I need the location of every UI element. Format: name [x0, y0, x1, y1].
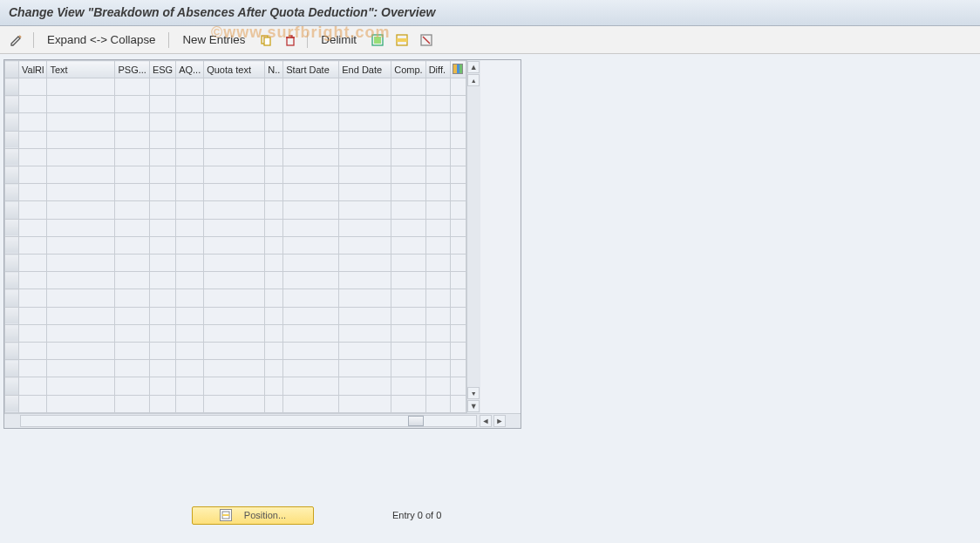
cell-quota_text[interactable] — [204, 148, 265, 166]
cell-quota_text[interactable] — [204, 395, 265, 412]
cell-end_date[interactable] — [339, 148, 391, 166]
table-row[interactable] — [5, 255, 466, 272]
cell-start_date[interactable] — [283, 360, 339, 377]
row-selector[interactable] — [5, 395, 19, 412]
cell-psg[interactable] — [115, 166, 149, 184]
cell-psg[interactable] — [115, 113, 149, 131]
cell-diff[interactable] — [425, 324, 450, 342]
cell-start_date[interactable] — [283, 343, 339, 360]
cell-quota_text[interactable] — [204, 307, 265, 324]
cell-esg[interactable] — [149, 131, 175, 148]
cell-aq[interactable] — [176, 343, 204, 360]
cell-esg[interactable] — [149, 148, 175, 166]
cell-text[interactable] — [47, 184, 115, 201]
cell-aq[interactable] — [176, 395, 204, 412]
cell-diff[interactable] — [425, 184, 450, 201]
cell-esg[interactable] — [149, 289, 175, 307]
cell-diff[interactable] — [425, 255, 450, 272]
cell-n[interactable] — [265, 343, 283, 360]
cell-esg[interactable] — [149, 377, 175, 395]
delete-button[interactable] — [279, 31, 302, 50]
cell-n[interactable] — [265, 324, 283, 342]
cell-esg[interactable] — [149, 78, 175, 96]
cell-diff[interactable] — [425, 131, 450, 148]
row-selector[interactable] — [5, 236, 19, 254]
cell-start_date[interactable] — [283, 272, 339, 289]
column-header-comp[interactable]: Comp. — [391, 61, 425, 78]
cell-aq[interactable] — [176, 289, 204, 307]
cell-end_date[interactable] — [339, 289, 391, 307]
row-selector[interactable] — [5, 289, 19, 307]
cell-end_date[interactable] — [339, 324, 391, 342]
cell-psg[interactable] — [115, 96, 149, 113]
cell-esg[interactable] — [149, 113, 175, 131]
cell-text[interactable] — [47, 96, 115, 113]
cell-start_date[interactable] — [283, 148, 339, 166]
cell-start_date[interactable] — [283, 166, 339, 184]
row-selector[interactable] — [5, 219, 19, 236]
cell-comp[interactable] — [391, 360, 425, 377]
cell-n[interactable] — [265, 377, 283, 395]
table-row[interactable] — [5, 360, 466, 377]
cell-valrl[interactable] — [19, 148, 47, 166]
cell-valrl[interactable] — [19, 113, 47, 131]
cell-comp[interactable] — [391, 148, 425, 166]
cell-comp[interactable] — [391, 272, 425, 289]
cell-esg[interactable] — [149, 343, 175, 360]
select-all-button[interactable] — [366, 31, 389, 50]
cell-end_date[interactable] — [339, 307, 391, 324]
cell-diff[interactable] — [425, 78, 450, 96]
column-header-valrl[interactable]: ValRl — [19, 61, 47, 78]
hscroll-thumb[interactable] — [408, 416, 424, 426]
column-header-n[interactable]: N.. — [265, 61, 283, 78]
cell-start_date[interactable] — [283, 201, 339, 219]
cell-text[interactable] — [47, 272, 115, 289]
cell-psg[interactable] — [115, 360, 149, 377]
scroll-up-icon[interactable]: ▲ — [467, 61, 480, 73]
cell-quota_text[interactable] — [204, 184, 265, 201]
cell-n[interactable] — [265, 360, 283, 377]
cell-aq[interactable] — [176, 324, 204, 342]
cell-quota_text[interactable] — [204, 96, 265, 113]
cell-valrl[interactable] — [19, 343, 47, 360]
cell-valrl[interactable] — [19, 219, 47, 236]
cell-quota_text[interactable] — [204, 272, 265, 289]
cell-text[interactable] — [47, 148, 115, 166]
cell-end_date[interactable] — [339, 78, 391, 96]
cell-diff[interactable] — [425, 166, 450, 184]
cell-valrl[interactable] — [19, 324, 47, 342]
cell-end_date[interactable] — [339, 131, 391, 148]
cell-start_date[interactable] — [283, 96, 339, 113]
cell-quota_text[interactable] — [204, 324, 265, 342]
page-up-icon[interactable]: ▲ — [467, 74, 480, 86]
cell-start_date[interactable] — [283, 219, 339, 236]
row-selector[interactable] — [5, 166, 19, 184]
cell-diff[interactable] — [425, 201, 450, 219]
cell-psg[interactable] — [115, 131, 149, 148]
cell-end_date[interactable] — [339, 395, 391, 412]
cell-comp[interactable] — [391, 289, 425, 307]
cell-quota_text[interactable] — [204, 201, 265, 219]
row-selector[interactable] — [5, 343, 19, 360]
column-header-aq[interactable]: AQ... — [176, 61, 204, 78]
table-row[interactable] — [5, 78, 466, 96]
cell-valrl[interactable] — [19, 96, 47, 113]
hscroll-track[interactable] — [20, 415, 477, 427]
cell-valrl[interactable] — [19, 360, 47, 377]
cell-start_date[interactable] — [283, 131, 339, 148]
cell-aq[interactable] — [176, 377, 204, 395]
cell-text[interactable] — [47, 377, 115, 395]
row-selector[interactable] — [5, 184, 19, 201]
cell-n[interactable] — [265, 395, 283, 412]
cell-end_date[interactable] — [339, 360, 391, 377]
cell-aq[interactable] — [176, 201, 204, 219]
scroll-right-icon[interactable]: ► — [493, 415, 506, 427]
cell-end_date[interactable] — [339, 166, 391, 184]
select-block-button[interactable] — [391, 31, 413, 50]
cell-valrl[interactable] — [19, 377, 47, 395]
cell-start_date[interactable] — [283, 377, 339, 395]
cell-quota_text[interactable] — [204, 78, 265, 96]
row-selector[interactable] — [5, 377, 19, 395]
cell-diff[interactable] — [425, 219, 450, 236]
cell-aq[interactable] — [176, 307, 204, 324]
